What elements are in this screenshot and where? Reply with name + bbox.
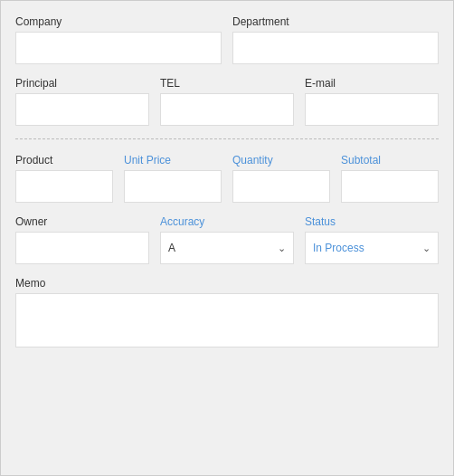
owner-group: Owner	[15, 215, 149, 264]
principal-group: Principal	[15, 77, 149, 126]
status-select-wrapper: In Process Closed Won Closed Lost On Hol…	[305, 232, 439, 264]
email-label: E-mail	[305, 77, 439, 90]
owner-input[interactable]	[15, 232, 149, 264]
status-group: Status In Process Closed Won Closed Lost…	[305, 215, 439, 264]
row-principal-tel-email: Principal TEL E-mail	[15, 77, 439, 126]
accuracy-select[interactable]: A B C D	[168, 242, 286, 254]
memo-group: Memo	[15, 277, 439, 347]
company-group: Company	[15, 15, 222, 64]
product-group: Product	[15, 154, 113, 203]
row-memo: Memo	[15, 277, 439, 347]
quantity-label: Quantity	[232, 154, 330, 167]
memo-textarea[interactable]	[15, 293, 439, 347]
accuracy-select-wrapper: A B C D ⌄	[160, 232, 294, 264]
company-label: Company	[15, 15, 222, 28]
tel-input[interactable]	[160, 93, 294, 126]
quantity-input[interactable]	[232, 170, 330, 203]
product-label: Product	[15, 154, 113, 167]
accuracy-group: Accuracy A B C D ⌄	[160, 215, 294, 264]
unit-price-group: Unit Price	[124, 154, 222, 203]
form-container: Company Department Principal TEL E-mail …	[0, 0, 454, 476]
department-group: Department	[232, 15, 439, 64]
subtotal-input[interactable]	[341, 170, 439, 203]
principal-label: Principal	[15, 77, 149, 90]
tel-label: TEL	[160, 77, 294, 90]
quantity-group: Quantity	[232, 154, 330, 203]
status-label: Status	[305, 215, 439, 228]
department-label: Department	[232, 15, 439, 28]
product-input[interactable]	[15, 170, 113, 203]
email-input[interactable]	[305, 93, 439, 126]
owner-label: Owner	[15, 215, 149, 228]
department-input[interactable]	[232, 32, 439, 64]
memo-label: Memo	[15, 277, 439, 290]
row-product-details: Product Unit Price Quantity Subtotal	[15, 154, 439, 203]
accuracy-label: Accuracy	[160, 215, 294, 228]
row-owner-accuracy-status: Owner Accuracy A B C D ⌄ Status In Proce…	[15, 215, 439, 264]
unit-price-label: Unit Price	[124, 154, 222, 167]
tel-group: TEL	[160, 77, 294, 126]
row-company-department: Company Department	[15, 15, 439, 64]
email-group: E-mail	[305, 77, 439, 126]
section-divider	[15, 138, 439, 139]
status-select[interactable]: In Process Closed Won Closed Lost On Hol…	[313, 242, 430, 254]
company-input[interactable]	[15, 32, 222, 64]
subtotal-group: Subtotal	[341, 154, 439, 203]
principal-input[interactable]	[15, 93, 149, 126]
unit-price-input[interactable]	[124, 170, 222, 203]
subtotal-label: Subtotal	[341, 154, 439, 167]
